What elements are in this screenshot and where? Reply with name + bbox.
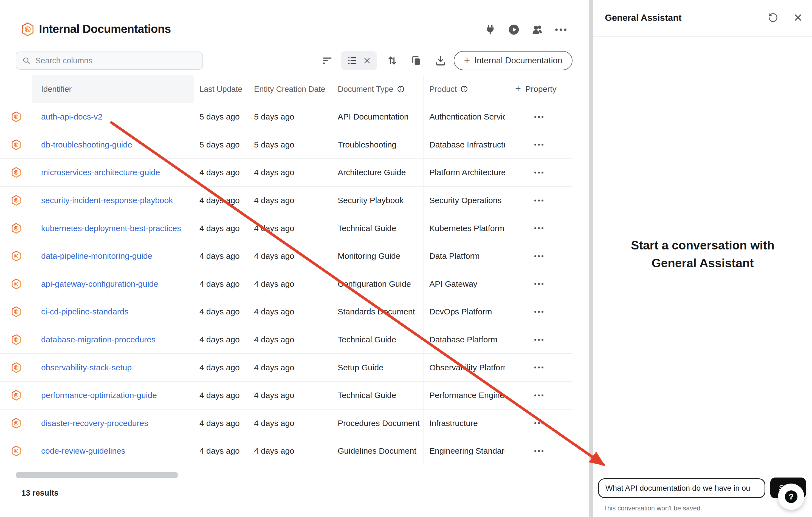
row-more-button[interactable] — [532, 280, 546, 287]
identifier-link[interactable]: database-migration-procedures — [41, 335, 155, 344]
list-view-icon — [347, 55, 358, 66]
hexagon-asset-icon — [11, 139, 21, 151]
assistant-header-divider — [593, 36, 812, 37]
last-update-cell: 4 days ago — [194, 354, 249, 381]
reset-conversation-icon[interactable] — [766, 11, 780, 24]
column-label: Document Type — [338, 85, 394, 94]
column-header-last-update[interactable]: Last Update — [194, 75, 249, 103]
identifier-link[interactable]: auth-api-docs-v2 — [41, 112, 102, 121]
column-header-entity-creation-date[interactable]: Entity Creation Date — [249, 75, 333, 103]
add-property-button[interactable]: + Property — [505, 75, 573, 103]
table-row: observability-stack-setup 4 days ago 4 d… — [0, 354, 573, 382]
info-icon[interactable] — [397, 86, 404, 93]
row-more-button[interactable] — [532, 169, 546, 176]
product-cell: Performance Engineering — [424, 382, 505, 409]
more-icon[interactable] — [555, 24, 567, 36]
row-actions-cell — [505, 159, 573, 186]
row-more-button[interactable] — [532, 392, 546, 399]
identifier-link[interactable]: db-troubleshooting-guide — [41, 140, 132, 149]
row-more-button[interactable] — [532, 447, 546, 455]
identifier-cell: performance-optimization-guide — [32, 382, 194, 409]
document-type-cell: Standards Document — [333, 298, 424, 326]
identifier-cell: security-incident-response-playbook — [32, 187, 194, 214]
entity-creation-cell: 5 days ago — [249, 103, 333, 131]
filter-icon[interactable] — [320, 54, 334, 67]
asset-icon-cell — [0, 214, 32, 242]
table-row: api-gateway-configuration-guide 4 days a… — [0, 270, 573, 298]
identifier-link[interactable]: disaster-recovery-procedures — [41, 419, 148, 428]
assistant-message-input[interactable] — [598, 478, 765, 498]
row-more-button[interactable] — [532, 113, 546, 121]
close-panel-icon[interactable] — [791, 11, 805, 24]
product-cell: Data Platform — [424, 242, 505, 270]
document-type-cell: Troubleshooting — [333, 131, 424, 159]
entity-creation-cell: 4 days ago — [249, 382, 333, 409]
document-type-cell: Guidelines Document — [333, 437, 424, 465]
close-view-icon[interactable] — [363, 57, 371, 64]
horizontal-scrollbar-thumb[interactable] — [16, 472, 178, 478]
document-type-cell: Technical Guide — [333, 326, 424, 354]
identifier-link[interactable]: data-pipeline-monitoring-guide — [41, 251, 152, 261]
identifier-link[interactable]: microservices-architecture-guide — [41, 168, 160, 177]
identifier-cell: auth-api-docs-v2 — [32, 103, 194, 131]
identifier-link[interactable]: security-incident-response-playbook — [41, 196, 173, 205]
identifier-link[interactable]: code-review-guidelines — [41, 446, 125, 456]
table-row: kubernetes-deployment-best-practices 4 d… — [0, 214, 573, 242]
identifier-link[interactable]: ci-cd-pipeline-standards — [41, 307, 129, 316]
column-header-identifier[interactable]: Identifier — [32, 75, 194, 103]
product-cell: API Gateway — [424, 270, 505, 298]
search-input[interactable] — [35, 56, 202, 65]
asset-icon-cell — [0, 103, 32, 131]
asset-icon-cell — [0, 437, 32, 465]
table-row: code-review-guidelines 4 days ago 4 days… — [0, 437, 573, 465]
help-button[interactable]: ? — [778, 484, 804, 510]
document-type-cell: Configuration Guide — [333, 270, 424, 298]
row-more-button[interactable] — [532, 141, 546, 148]
identifier-link[interactable]: observability-stack-setup — [41, 363, 132, 372]
row-more-button[interactable] — [532, 308, 546, 315]
last-update-cell: 4 days ago — [194, 326, 249, 354]
download-icon[interactable] — [434, 54, 447, 67]
column-label: Last Update — [199, 85, 242, 94]
document-type-cell: API Documentation — [333, 103, 424, 131]
add-internal-documentation-button[interactable]: + Internal Documentation — [454, 51, 573, 70]
hexagon-asset-icon — [11, 250, 21, 262]
row-more-button[interactable] — [532, 336, 546, 343]
entity-creation-cell: 4 days ago — [249, 354, 333, 381]
column-header-document-type[interactable]: Document Type — [333, 75, 424, 103]
row-more-button[interactable] — [532, 197, 546, 204]
identifier-link[interactable]: performance-optimization-guide — [41, 391, 157, 400]
hexagon-asset-icon — [11, 167, 21, 178]
empty-state-line2: General Assistant — [593, 254, 812, 272]
document-type-cell: Technical Guide — [333, 382, 424, 409]
row-more-button[interactable] — [532, 364, 546, 371]
entity-creation-cell: 4 days ago — [249, 214, 333, 242]
row-actions-cell — [505, 409, 573, 437]
product-cell: Database Infrastructure — [424, 131, 505, 159]
row-actions-cell — [505, 103, 573, 131]
row-actions-cell — [505, 131, 573, 159]
identifier-link[interactable]: api-gateway-configuration-guide — [41, 279, 158, 288]
play-circle-icon[interactable] — [508, 24, 520, 36]
results-count: 13 results — [21, 488, 58, 497]
last-update-cell: 4 days ago — [194, 187, 249, 214]
product-cell: Authentication Service — [424, 103, 505, 131]
plug-icon[interactable] — [484, 24, 496, 36]
last-update-cell: 4 days ago — [194, 437, 249, 465]
table-row: performance-optimization-guide 4 days ag… — [0, 382, 573, 409]
copy-icon[interactable] — [409, 54, 423, 67]
row-actions-cell — [505, 298, 573, 326]
view-toggle-pill[interactable] — [341, 51, 377, 70]
documents-table: Identifier Last Update Entity Creation D… — [0, 75, 573, 465]
identifier-link[interactable]: kubernetes-deployment-best-practices — [41, 224, 181, 233]
row-more-button[interactable] — [532, 419, 546, 427]
row-more-button[interactable] — [532, 224, 546, 232]
info-icon[interactable] — [461, 86, 468, 93]
users-icon[interactable] — [531, 24, 544, 36]
table-row: microservices-architecture-guide 4 days … — [0, 159, 573, 187]
panel-divider-handle[interactable] — [589, 0, 593, 517]
row-more-button[interactable] — [532, 252, 546, 260]
sort-icon[interactable] — [385, 54, 399, 67]
table-row: database-migration-procedures 4 days ago… — [0, 326, 573, 354]
column-header-product[interactable]: Product — [424, 75, 505, 103]
